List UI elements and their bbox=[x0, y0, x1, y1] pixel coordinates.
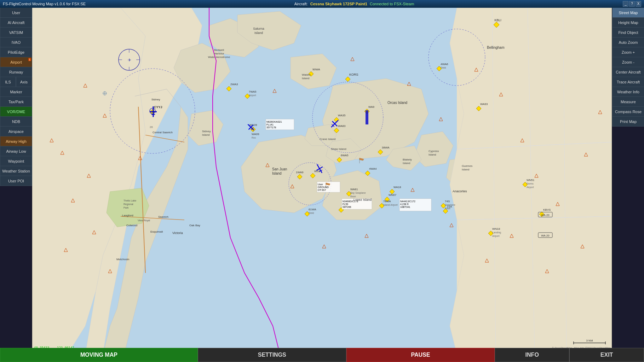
svg-text:Orcas Island: Orcas Island bbox=[387, 101, 407, 105]
svg-text:Sidney: Sidney bbox=[151, 98, 160, 101]
svg-text:Bay Seaplane: Bay Seaplane bbox=[350, 192, 366, 194]
info-button[interactable]: INFO bbox=[495, 348, 569, 362]
close-button[interactable]: X bbox=[636, 1, 641, 7]
svg-text:Metchosin: Metchosin bbox=[116, 258, 129, 261]
sidebar-item-ils[interactable]: ILS bbox=[0, 77, 16, 87]
svg-text:2WA3: 2WA3 bbox=[230, 83, 238, 86]
sidebar-item-weather-info[interactable]: Weather Info bbox=[612, 87, 644, 97]
sidebar-item-ivao[interactable]: IVAO bbox=[0, 37, 32, 47]
svg-text:Farms: Farms bbox=[527, 182, 534, 185]
svg-text:WN07: WN07 bbox=[389, 193, 397, 197]
sidebar-item-axis[interactable]: Axis bbox=[16, 77, 32, 87]
svg-text:Island: Island bbox=[272, 171, 282, 175]
help-button[interactable]: ? bbox=[629, 1, 635, 7]
svg-text:WA 20: WA 20 bbox=[541, 234, 550, 237]
sidebar-item-ndb[interactable]: NDB bbox=[0, 117, 32, 127]
sidebar-item-airway-high[interactable]: Airway High bbox=[0, 136, 32, 146]
svg-text:Island: Island bbox=[254, 31, 263, 35]
sidebar-item-street-map[interactable]: Street Map bbox=[612, 8, 644, 18]
sidebar-item-zoom-plus[interactable]: Zoom + bbox=[612, 47, 644, 57]
svg-text:WA35: WA35 bbox=[338, 114, 346, 117]
svg-text:Anacortes: Anacortes bbox=[453, 189, 467, 193]
svg-text:3577178: 3577178 bbox=[266, 126, 276, 129]
svg-text:N6260X/A321: N6260X/A321 bbox=[266, 121, 282, 123]
svg-text:✈: ✈ bbox=[128, 58, 131, 63]
sidebar-item-zoom-minus[interactable]: Zoom - bbox=[612, 57, 644, 67]
sidebar-item-height-map[interactable]: Height Map bbox=[612, 18, 644, 28]
sidebar-item-center-aircraft[interactable]: Center Aircraft bbox=[612, 67, 644, 77]
sidebar-item-find-object[interactable]: Find Object bbox=[612, 28, 644, 37]
aircraft-info: Aircraft: Cessna Skyhawk 172SP Paint1 Co… bbox=[294, 2, 414, 6]
svg-text:Airport: Airport bbox=[249, 94, 256, 97]
exit-button[interactable]: EXIT bbox=[569, 348, 644, 362]
svg-text:Thetis Lake: Thetis Lake bbox=[123, 199, 136, 202]
svg-text:Island: Island bbox=[302, 77, 309, 80]
sidebar-item-vatsim[interactable]: VATSIM bbox=[0, 28, 32, 37]
svg-text:21A: 21A bbox=[447, 205, 452, 208]
sidebar-item-trace-aircraft[interactable]: Trace Aircraft bbox=[612, 77, 644, 87]
map-area[interactable]: 26 ✈ KBLI 4WA6 Field KORS 90WA 2 bbox=[32, 8, 612, 354]
svg-text:Airport: Airport bbox=[527, 186, 534, 189]
svg-text:Waldro: Waldro bbox=[302, 73, 311, 76]
svg-text:Langford: Langford bbox=[122, 214, 133, 217]
svg-text:CYYJ: CYYJ bbox=[154, 105, 162, 109]
sidebar-item-user[interactable]: User bbox=[0, 8, 32, 18]
svg-text:WN18: WN18 bbox=[492, 227, 500, 230]
svg-text:Sidney: Sidney bbox=[202, 130, 211, 133]
sidebar-item-airport[interactable]: Airport 1 bbox=[0, 57, 32, 67]
sidebar-item-runway[interactable]: Runway bbox=[0, 67, 32, 77]
svg-text:Bellingham: Bellingham bbox=[487, 46, 504, 49]
svg-text:7WA5: 7WA5 bbox=[249, 90, 257, 93]
map-svg: 26 ✈ KBLI 4WA6 Field KORS 90WA 2 bbox=[32, 8, 612, 354]
svg-text:WA 20: WA 20 bbox=[541, 214, 550, 217]
svg-text:Lopez Island: Lopez Island bbox=[353, 198, 372, 202]
sidebar-item-ai-aircraft[interactable]: AI Aircraft bbox=[0, 18, 32, 28]
svg-text:WA39: WA39 bbox=[249, 123, 257, 127]
svg-text:FL59: FL59 bbox=[343, 203, 348, 205]
svg-text:View Royal: View Royal bbox=[138, 219, 150, 222]
sidebar-item-auto-zoom[interactable]: Auto Zoom bbox=[612, 37, 644, 47]
svg-text:KBVS: KBVS bbox=[543, 208, 551, 211]
sidebar-item-measure[interactable]: Measure bbox=[612, 97, 644, 107]
sidebar-item-waypoint[interactable]: Waypoint bbox=[0, 156, 32, 166]
svg-text:61WA: 61WA bbox=[309, 208, 316, 211]
svg-text:KORS: KORS bbox=[349, 73, 358, 76]
sidebar-item-user-poi[interactable]: User POI bbox=[0, 176, 32, 186]
svg-text:WA83: WA83 bbox=[338, 124, 346, 128]
sidebar-item-print-map[interactable]: Print Map bbox=[612, 117, 644, 127]
right-sidebar: Street Map Height Map Find Object Auto Z… bbox=[612, 8, 644, 354]
sidebar-item-compass-rose[interactable]: Compass Rose bbox=[612, 107, 644, 117]
svg-text:Blakely: Blakely bbox=[403, 158, 412, 161]
svg-text:Saanich: Saanich bbox=[158, 215, 168, 218]
svg-text:26: 26 bbox=[150, 125, 153, 129]
svg-text:Base: Base bbox=[350, 195, 356, 198]
sidebar-item-marker[interactable]: Marker bbox=[0, 87, 32, 97]
sidebar-item-airspace[interactable]: Airspace bbox=[0, 127, 32, 136]
settings-button[interactable]: SETTINGS bbox=[198, 348, 346, 362]
sidebar-item-tax-park[interactable]: Tax/Park bbox=[0, 97, 32, 107]
svg-text:4WA6: 4WA6 bbox=[441, 63, 448, 66]
svg-text:Saturna: Saturna bbox=[253, 27, 264, 30]
svg-text:Regional: Regional bbox=[123, 203, 133, 206]
svg-text:Cypress: Cypress bbox=[429, 150, 439, 153]
svg-text:Harbour: Harbour bbox=[214, 52, 224, 55]
minimize-button[interactable]: _ bbox=[623, 1, 628, 7]
svg-text:Airport: Airport bbox=[492, 235, 500, 238]
svg-text:Guemes: Guemes bbox=[462, 164, 472, 168]
svg-text:WA81: WA81 bbox=[350, 188, 358, 191]
svg-text:6WA5: 6WA5 bbox=[341, 154, 349, 157]
svg-text:1WA9: 1WA9 bbox=[296, 171, 304, 174]
sidebar-item-weather-station[interactable]: Weather Station bbox=[0, 166, 32, 176]
sidebar-item-airway-low[interactable]: Airway Low bbox=[0, 146, 32, 156]
svg-text:Oak Bay: Oak Bay bbox=[189, 224, 200, 227]
svg-text:4WA4: 4WA4 bbox=[369, 167, 377, 170]
window-controls[interactable]: _ ? X bbox=[623, 1, 641, 7]
sidebar-item-vor-dme[interactable]: VOR/DME bbox=[0, 107, 32, 117]
titlebar: FS-FlightControl Moving Map v1.0.6 for F… bbox=[0, 0, 644, 8]
moving-map-button[interactable]: MOVING MAP bbox=[0, 348, 198, 362]
sidebar-row-ils-axis: ILS Axis bbox=[0, 77, 32, 87]
sidebar-item-pilotedge[interactable]: PilotEdge bbox=[0, 47, 32, 57]
svg-text:Bedwell: Bedwell bbox=[214, 48, 224, 52]
svg-rect-104 bbox=[366, 110, 368, 124]
pause-button[interactable]: PAUSE bbox=[346, 348, 495, 362]
